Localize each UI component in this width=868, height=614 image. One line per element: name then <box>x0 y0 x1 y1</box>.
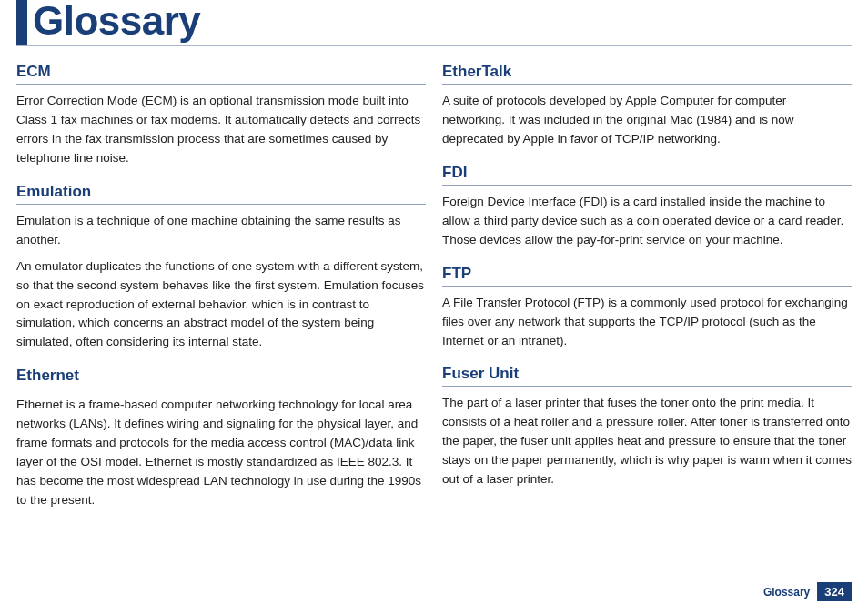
glossary-entry: FTP A File Transfer Protocol (FTP) is a … <box>442 265 852 351</box>
term-heading: Ethernet <box>16 367 426 388</box>
left-column: ECM Error Correction Mode (ECM) is an op… <box>16 63 426 525</box>
right-column: EtherTalk A suite of protocols developed… <box>442 63 852 525</box>
page-footer: Glossary 324 <box>763 582 852 601</box>
definition-text: A suite of protocols developed by Apple … <box>442 92 852 149</box>
definition-text: Emulation is a technique of one machine … <box>16 212 426 250</box>
header-accent-bar <box>16 0 27 45</box>
content-columns: ECM Error Correction Mode (ECM) is an op… <box>0 63 868 525</box>
term-heading: Fuser Unit <box>442 365 852 387</box>
term-heading: FDI <box>442 164 852 186</box>
glossary-entry: Ethernet Ethernet is a frame-based compu… <box>16 367 426 510</box>
definition-text: An emulator duplicates the functions of … <box>16 257 426 353</box>
definition-text: Error Correction Mode (ECM) is an option… <box>16 92 426 168</box>
term-heading: FTP <box>442 265 852 287</box>
definition-text: A File Transfer Protocol (FTP) is a comm… <box>442 294 852 351</box>
definition-text: The part of a laser printer that fuses t… <box>442 394 852 489</box>
glossary-entry: Fuser Unit The part of a laser printer t… <box>442 365 852 489</box>
page-title: Glossary <box>27 0 200 45</box>
term-heading: Emulation <box>16 183 426 205</box>
page-header: Glossary <box>16 0 852 46</box>
glossary-entry: EtherTalk A suite of protocols developed… <box>442 63 852 149</box>
footer-section-label: Glossary <box>763 586 810 599</box>
term-heading: EtherTalk <box>442 63 852 85</box>
glossary-entry: FDI Foreign Device Interface (FDI) is a … <box>442 164 852 250</box>
definition-text: Ethernet is a frame-based computer netwo… <box>16 396 426 510</box>
glossary-entry: Emulation Emulation is a technique of on… <box>16 183 426 352</box>
footer-page-number: 324 <box>817 582 852 601</box>
definition-text: Foreign Device Interface (FDI) is a card… <box>442 193 852 250</box>
glossary-entry: ECM Error Correction Mode (ECM) is an op… <box>16 63 426 168</box>
term-heading: ECM <box>16 63 426 85</box>
